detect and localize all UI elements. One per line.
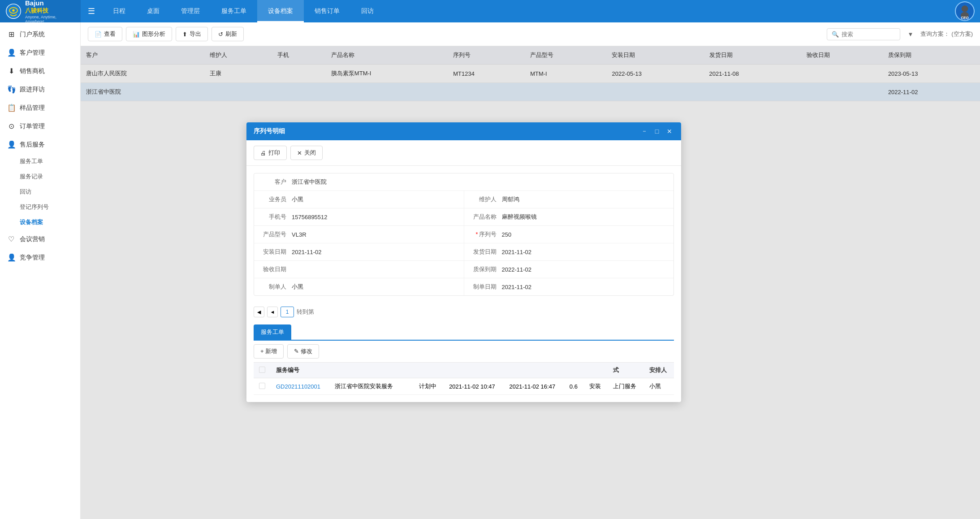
svg-point-4 (962, 5, 968, 12)
sidebar-label-followup-visit: 跟进拜访 (20, 86, 45, 94)
refresh-icon: ↺ (218, 31, 223, 38)
view-label: 查看 (104, 30, 116, 38)
avatar-icon: CEO (955, 2, 975, 20)
sidebar-label-sales-opp: 销售商机 (20, 67, 45, 75)
search-box[interactable]: 🔍 (827, 28, 900, 40)
sidebar-sub-service-order[interactable]: 服务工单 (0, 154, 80, 169)
page-number-input[interactable] (281, 307, 294, 317)
form-row-salesman: 业务员 小黑 维护人 周郁鸿 (254, 191, 673, 208)
maker-label: 制单人 (259, 283, 286, 291)
main-content: 📄 查看 📊 图形分析 ⬆ 导出 ↺ 刷新 🔍 ▼ (81, 22, 980, 519)
sidebar-label-after-sales: 售后服务 (20, 141, 45, 149)
make-date-label: 制单日期 (470, 283, 496, 291)
sidebar-item-order-mgmt[interactable]: ⊙ 订单管理 (0, 117, 80, 135)
tab-service-order[interactable]: 服务工单 (254, 324, 291, 340)
warranty-value: 2022-11-02 (502, 266, 532, 273)
sidebar-item-portal[interactable]: ⊞ 门户系统 (0, 25, 80, 43)
hamburger-button[interactable]: ☰ (81, 6, 102, 16)
sidebar-label-meeting: 会议营销 (20, 235, 45, 243)
maker-value: 小黑 (292, 283, 303, 291)
ship-label: 发货日期 (470, 248, 496, 256)
go-to-label: 转到第 (297, 308, 314, 316)
modal-close-button[interactable]: ✕ (665, 127, 674, 136)
sidebar-item-sample[interactable]: 📋 样品管理 (0, 99, 80, 117)
chart-icon: 📊 (133, 31, 140, 38)
nav-item-management[interactable]: 管理层 (170, 0, 211, 22)
edit-button[interactable]: ✎ 修改 (287, 344, 319, 359)
sub-toolbar: + 新增 ✎ 修改 (254, 341, 674, 363)
modal-close-btn[interactable]: ✕ 关闭 (290, 146, 323, 160)
sub-table-row[interactable]: GD20211102001 浙江省中医院安装服务 计划中 2021-11-02 … (254, 378, 674, 395)
logo-area: Bajun 八骏科技 Anyone, Anytime, Anywhere! (0, 0, 81, 22)
nav-item-followup[interactable]: 回访 (350, 0, 384, 22)
sidebar-item-followup-visit[interactable]: 👣 跟进拜访 (0, 80, 80, 99)
sidebar-item-competition[interactable]: 👤 竞争管理 (0, 248, 80, 267)
followup-visit-icon: 👣 (7, 85, 15, 94)
refresh-button[interactable]: ↺ 刷新 (212, 27, 244, 41)
form-cell-maintainer: 维护人 周郁鸿 (464, 191, 674, 208)
tabs-area: 服务工单 + 新增 ✎ 修改 (254, 324, 674, 395)
sidebar-sub-followup[interactable]: 回访 (0, 184, 80, 199)
sub-table: 服务编号 式 安排人 (254, 363, 674, 395)
chart-button[interactable]: 📊 图形分析 (126, 27, 172, 41)
form-cell-customer: 客户 浙江省中医院 (254, 173, 673, 190)
salesman-value: 小黑 (292, 195, 303, 203)
close-label: 关闭 (304, 149, 316, 157)
model-value: VL3R (292, 231, 307, 238)
print-button[interactable]: 🖨 打印 (254, 146, 287, 160)
sidebar-item-customer[interactable]: 👤 客户管理 (0, 43, 80, 62)
cell-service-id: GD20211102001 (271, 378, 329, 395)
nav-item-service[interactable]: 服务工单 (211, 0, 257, 22)
sidebar-sub-service-record[interactable]: 服务记录 (0, 169, 80, 184)
modal-maximize-button[interactable]: □ (652, 127, 661, 136)
form-cell-ship: 发货日期 2021-11-02 (464, 243, 674, 260)
sidebar-sub-equipment[interactable]: 设备档案 (0, 215, 80, 230)
form-cell-install: 安装日期 2021-11-02 (254, 243, 464, 260)
user-avatar[interactable]: CEO (955, 1, 975, 21)
maintainer-label: 维护人 (470, 195, 496, 203)
first-page-button[interactable]: ◀ (254, 307, 264, 317)
cell-service-desc: 浙江省中医院安装服务 (329, 378, 402, 395)
query-plan-value: (空方案) (951, 30, 973, 38)
form-cell-product-name: 产品名称 麻醉视频喉镜 (464, 208, 674, 225)
cell-service-mode: 上门服务 (608, 378, 644, 395)
sidebar-item-meeting[interactable]: ♡ 会议营销 (0, 230, 80, 248)
warranty-label: 质保到期 (470, 265, 496, 273)
nav-item-equipment[interactable]: 设备档案 (257, 0, 304, 22)
detail-form: 客户 浙江省中医院 业务员 小黑 (254, 173, 674, 296)
modal-minimize-button[interactable]: － (640, 127, 649, 136)
prev-page-button[interactable]: ◄ (267, 307, 278, 317)
nav-item-schedule[interactable]: 日程 (102, 0, 136, 22)
customer-value: 浙江省中医院 (292, 178, 327, 186)
search-input[interactable] (842, 31, 895, 38)
filter-button[interactable]: ▼ (904, 29, 917, 40)
col-service-date1 (444, 363, 504, 378)
form-row-accept: 验收日期 质保到期 2022-11-02 (254, 261, 673, 278)
view-button[interactable]: 📄 查看 (88, 27, 122, 41)
nav-item-sales[interactable]: 销售订单 (304, 0, 350, 22)
phone-value: 15756895512 (292, 214, 328, 221)
add-button[interactable]: + 新增 (254, 344, 284, 359)
modal-header: 序列号明细 － □ ✕ (246, 122, 681, 140)
salesman-label: 业务员 (259, 195, 286, 203)
export-button[interactable]: ⬆ 导出 (176, 27, 208, 41)
sidebar-item-after-sales[interactable]: 👤 售后服务 (0, 135, 80, 154)
col-service-arranger: 安排人 (644, 363, 674, 378)
install-label: 安装日期 (259, 248, 286, 256)
header-checkbox[interactable] (259, 367, 265, 373)
form-cell-phone: 手机号 15756895512 (254, 208, 464, 225)
form-cell-accept: 验收日期 (254, 261, 464, 278)
search-icon: 🔍 (832, 31, 839, 38)
sidebar-sub-register-sn[interactable]: 登记序列号 (0, 199, 80, 215)
logo-subtitle: Anyone, Anytime, Anywhere! (25, 15, 75, 24)
product-name-label: 产品名称 (470, 213, 496, 221)
serial-required: * (475, 231, 478, 238)
service-id-link[interactable]: GD20211102001 (276, 383, 320, 390)
ship-value: 2021-11-02 (502, 249, 532, 255)
nav-item-desktop[interactable]: 桌面 (136, 0, 170, 22)
serial-value: 250 (502, 231, 512, 238)
meeting-icon: ♡ (7, 235, 15, 243)
sidebar-label-competition: 竞争管理 (20, 254, 45, 262)
row-checkbox[interactable] (259, 383, 265, 389)
sidebar-item-sales-opp[interactable]: ⬇ 销售商机 (0, 62, 80, 80)
